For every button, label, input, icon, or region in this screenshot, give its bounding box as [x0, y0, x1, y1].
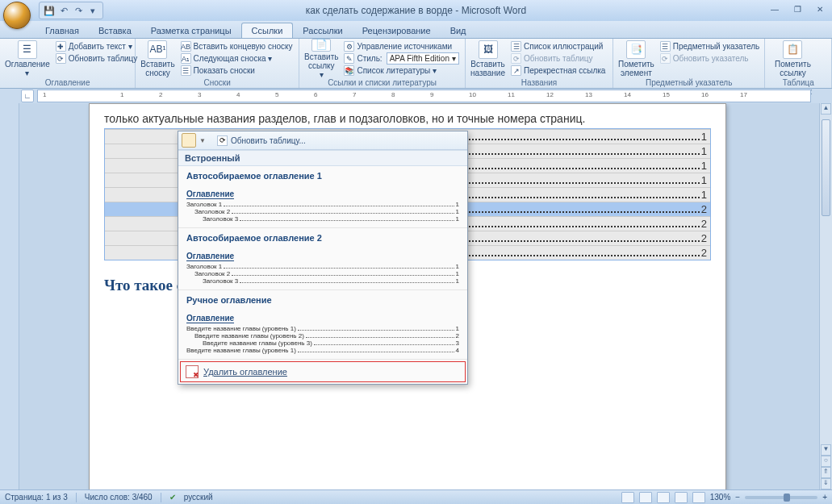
preview-line: Заголовок 11 [186, 263, 459, 270]
insert-footnote-button[interactable]: AB¹Вставить сноску [140, 40, 174, 77]
preview-line: Введите название главы (уровень 1)1 [186, 325, 459, 332]
horizontal-ruler[interactable]: 11234567891011121314151617 [37, 90, 811, 102]
tab-references[interactable]: Ссылки [241, 23, 294, 38]
preview-line: Введите название главы (уровень 1)4 [186, 347, 459, 354]
office-orb-button[interactable] [3, 2, 31, 29]
gallery-preview-heading: Оглавление [186, 190, 234, 199]
title-bar: 💾 ↶ ↷ ▾ как сделать содержание в ворде -… [0, 0, 832, 21]
group-label: Предметный указатель [618, 77, 760, 87]
mark-entry-button[interactable]: 📑Пометить элемент [618, 40, 654, 77]
tab-mailings[interactable]: Рассылки [293, 23, 352, 38]
outline-view-button[interactable] [675, 492, 688, 503]
group-label: Названия [470, 77, 608, 87]
zoom-slider[interactable] [745, 496, 817, 499]
delete-toc-item[interactable]: Удалить оглавление [180, 361, 466, 382]
plus-icon: ✚ [56, 41, 66, 52]
insert-endnote-button[interactable]: ABВставить концевую сноску [178, 40, 295, 52]
qat-more-icon[interactable]: ▾ [86, 4, 99, 17]
show-icon: ☰ [181, 65, 191, 76]
cross-reference-button[interactable]: ↗Перекрестная ссылка [508, 65, 608, 77]
tab-view[interactable]: Вид [441, 23, 476, 38]
group-index: 📑Пометить элемент ☰Предметный указатель … [613, 39, 766, 88]
update-toc-link[interactable]: Обновить таблицу... [231, 136, 306, 145]
add-text-button[interactable]: ✚Добавить текст ▾ [53, 40, 140, 52]
group-label: Оглавление [5, 77, 130, 87]
refresh-icon: ⟳ [511, 53, 521, 64]
group-footnotes: AB¹Вставить сноску ABВставить концевую с… [136, 39, 299, 88]
tab-layout[interactable]: Разметка страницы [141, 23, 241, 38]
undo-icon[interactable]: ↶ [57, 4, 70, 17]
ruler-tab-selector[interactable]: ∟ [21, 90, 34, 102]
draft-view-button[interactable] [692, 492, 705, 503]
gallery-item-auto1[interactable]: Автособираемое оглавление 1 Оглавление З… [178, 166, 467, 228]
group-label: Сноски [140, 77, 294, 87]
close-button[interactable]: ✕ [811, 5, 829, 16]
print-layout-view-button[interactable] [621, 492, 634, 503]
browse-object-button[interactable]: ○ [821, 456, 831, 467]
group-label: Ссылки и списки литературы [304, 77, 460, 87]
toc-button[interactable]: ☰Оглавление▾ [5, 40, 50, 77]
refresh-icon: ⟳ [217, 135, 228, 146]
body-text[interactable]: только актуальные названия разделов, гла… [104, 112, 711, 125]
minimize-button[interactable]: — [766, 5, 784, 16]
web-layout-view-button[interactable] [657, 492, 670, 503]
fullscreen-reading-view-button[interactable] [639, 492, 652, 503]
table-of-figures-button[interactable]: ☰Список иллюстраций [508, 40, 608, 52]
bibliography-button[interactable]: 📚Список литературы ▾ [341, 65, 461, 77]
proofing-icon[interactable]: ✔ [169, 493, 176, 502]
prev-page-button[interactable]: ⇑ [821, 467, 831, 478]
page-indicator[interactable]: Страница: 1 из 3 [5, 493, 68, 502]
gallery-header: ▼ ⟳ Обновить таблицу... [178, 131, 467, 150]
scroll-up-button[interactable]: ▲ [821, 103, 831, 115]
gallery-item-title: Автособираемое оглавление 2 [186, 233, 459, 243]
update-figures-button[interactable]: ⟳Обновить таблицу [508, 52, 608, 65]
delete-toc-link[interactable]: Удалить оглавление [203, 367, 287, 377]
scroll-down-button[interactable]: ▼ [821, 444, 831, 456]
mark-citation-button[interactable]: 📋Пометить ссылку [770, 40, 815, 77]
zoom-level[interactable]: 130% [710, 493, 731, 502]
word-count[interactable]: Число слов: 3/460 [85, 493, 153, 502]
window-title: как сделать содержание в ворде - Microso… [306, 5, 526, 16]
update-index-button[interactable]: ⟳Обновить указатель [658, 52, 762, 65]
caption-icon: 🖼 [479, 40, 498, 59]
index-button[interactable]: ☰Предметный указатель [658, 40, 762, 52]
zoom-in-button[interactable]: + [822, 493, 827, 502]
citation-icon: 📄 [311, 39, 331, 51]
preview-line: Заголовок 31 [186, 215, 459, 223]
show-footnotes-button[interactable]: ☰Показать сноски [178, 65, 295, 77]
vertical-scrollbar[interactable]: ▲ ▼ ○ ⇑ ⇓ [819, 103, 832, 489]
tab-home[interactable]: Главная [36, 23, 89, 38]
refresh-icon: ⟳ [660, 53, 671, 64]
manage-sources-button[interactable]: ⚙Управление источниками [341, 40, 461, 52]
gallery-item-auto2[interactable]: Автособираемое оглавление 2 Оглавление З… [178, 228, 467, 290]
ribbon-tabs: Главная Вставка Разметка страницы Ссылки… [0, 21, 832, 39]
toc-gallery-dropdown: ▼ ⟳ Обновить таблицу... Встроенный Автос… [178, 131, 468, 385]
gallery-item-title: Ручное оглавление [186, 295, 459, 305]
ribbon: ☰Оглавление▾ ✚Добавить текст ▾ ⟳Обновить… [0, 39, 832, 89]
chevron-down-icon[interactable]: ▼ [199, 137, 207, 144]
save-icon[interactable]: 💾 [43, 4, 56, 17]
maximize-button[interactable]: ❐ [788, 5, 806, 16]
tab-insert[interactable]: Вставка [89, 23, 141, 38]
group-captions: 🖼Вставить название ☰Список иллюстраций ⟳… [466, 39, 613, 88]
next-footnote-button[interactable]: A₁Следующая сноска ▾ [178, 52, 295, 65]
citation-style-select[interactable]: ✎Стиль:APA Fifth Edition ▾ [341, 52, 461, 65]
scroll-thumb[interactable] [822, 119, 830, 216]
update-toc-button[interactable]: ⟳Обновить таблицу [53, 52, 140, 65]
toc-field-icon[interactable] [182, 133, 196, 148]
tab-review[interactable]: Рецензирование [353, 23, 441, 38]
redo-icon[interactable]: ↷ [72, 4, 85, 17]
language-indicator[interactable]: русский [184, 493, 213, 502]
gallery-item-manual[interactable]: Ручное оглавление Оглавление Введите наз… [178, 290, 467, 360]
gallery-preview-heading: Оглавление [186, 314, 234, 323]
insert-caption-button[interactable]: 🖼Вставить название [470, 40, 505, 77]
gallery-category: Встроенный [178, 150, 467, 166]
preview-line: Введите название главы (уровень 3)3 [186, 339, 459, 347]
style-value[interactable]: APA Fifth Edition ▾ [387, 52, 459, 65]
delete-toc-icon [186, 365, 199, 378]
zoom-out-button[interactable]: − [735, 493, 740, 502]
gallery-preview-heading: Оглавление [186, 252, 234, 261]
vertical-ruler[interactable] [0, 103, 19, 489]
next-page-button[interactable]: ⇓ [821, 478, 831, 489]
insert-citation-button[interactable]: 📄Вставить ссылку▾ [304, 40, 338, 77]
